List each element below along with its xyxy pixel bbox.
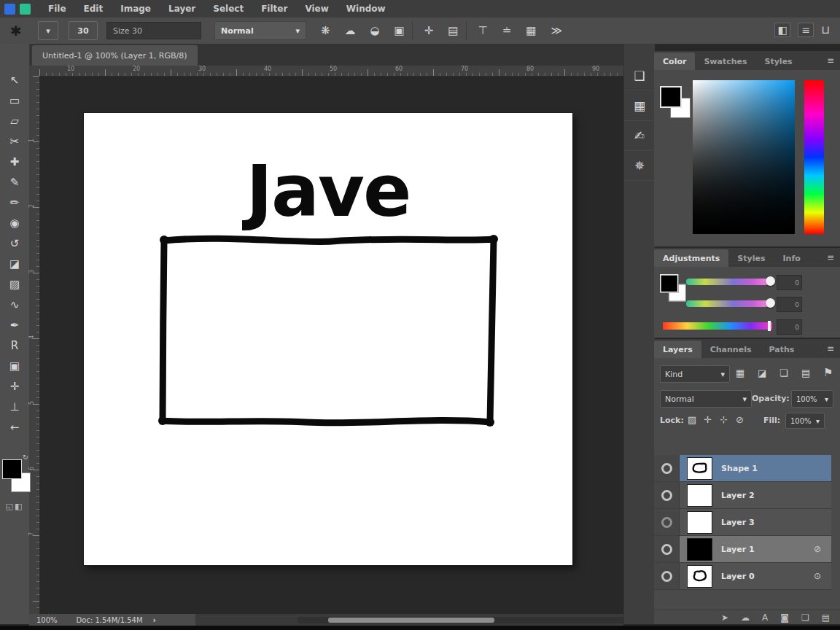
lock-position-icon[interactable]: ⊹ xyxy=(720,414,728,425)
panel-menu-icon[interactable]: ≡ xyxy=(827,252,834,262)
color-slider-green[interactable] xyxy=(686,300,772,307)
brush-tool[interactable]: ✏ xyxy=(0,192,29,213)
workspace-switch-icon[interactable]: ⊔ xyxy=(821,23,830,36)
hue-slider[interactable] xyxy=(804,80,824,234)
visibility-toggle[interactable] xyxy=(654,563,680,589)
brushes-panel-button[interactable]: ✍ xyxy=(624,121,655,151)
foreground-color-swatch[interactable] xyxy=(2,459,22,479)
tab-channels[interactable]: Channels xyxy=(701,341,761,358)
tab-styles[interactable]: Styles xyxy=(728,249,774,267)
tab-info[interactable]: Info xyxy=(774,249,809,267)
healing-brush-tool[interactable]: ✎ xyxy=(0,172,29,192)
zoom-level[interactable]: 100% xyxy=(36,616,58,624)
panel-menu-icon[interactable]: ≡ xyxy=(827,55,834,66)
menu-filter[interactable]: Filter xyxy=(261,4,287,14)
distribute-icon[interactable]: ▤ xyxy=(448,24,458,37)
color-slider-red[interactable] xyxy=(686,279,772,285)
menu-view[interactable]: View xyxy=(305,4,328,14)
slider-thumb[interactable] xyxy=(768,321,771,331)
layout-thumbnail-icon[interactable]: ◧ xyxy=(774,23,790,37)
scrollbar-thumb[interactable] xyxy=(328,618,494,623)
layer-thumbnail[interactable] xyxy=(687,538,712,561)
grid-icon[interactable]: ▦ xyxy=(526,24,536,37)
document-canvas[interactable]: Jave xyxy=(84,113,572,565)
slider-value-field[interactable]: 0 xyxy=(777,319,802,335)
layer-row[interactable]: Layer 0 ⊙ xyxy=(654,563,831,590)
vertical-ruler[interactable]: 1 2 3 4 5 6 7 xyxy=(29,76,40,624)
foreground-color-swatch[interactable] xyxy=(660,86,682,108)
spectrum-ramp[interactable] xyxy=(663,322,772,330)
pages-panel-button[interactable]: ❑ xyxy=(624,61,655,91)
layer-row[interactable]: Shape 1 xyxy=(654,455,831,482)
link-layers-icon[interactable]: ➤ xyxy=(721,612,728,623)
shape-tool[interactable]: ▣ xyxy=(0,356,29,376)
airbrush-icon[interactable]: ❋ xyxy=(321,24,330,37)
menu-window[interactable]: Window xyxy=(346,4,386,14)
clone-stamp-tool[interactable]: ◉ xyxy=(0,213,29,233)
quick-mask-icon[interactable]: ◱◧ xyxy=(0,502,29,511)
pen-tool[interactable]: ✒ xyxy=(0,315,29,335)
layer-name[interactable]: Layer 0 xyxy=(721,572,814,581)
align-icon[interactable]: ✛ xyxy=(424,24,434,37)
eyedropper-tool[interactable]: ✚ xyxy=(0,152,29,172)
horizontal-scrollbar[interactable] xyxy=(298,617,640,623)
slider-value-field[interactable]: 0 xyxy=(777,275,802,290)
lock-pixels-icon[interactable]: ✛ xyxy=(704,414,712,425)
tab-layers[interactable]: Layers xyxy=(654,341,701,358)
app-logo-icon[interactable] xyxy=(4,4,15,15)
menu-layer[interactable]: Layer xyxy=(168,4,195,14)
horizontal-ruler[interactable]: 10 20 30 40 50 60 70 80 90 xyxy=(39,66,623,77)
visibility-toggle[interactable] xyxy=(654,482,680,508)
ruler-origin[interactable] xyxy=(29,66,40,77)
path-select-tool[interactable]: ✛ xyxy=(0,376,29,397)
crop-tool[interactable]: ✂ xyxy=(0,131,29,152)
layer-row[interactable]: Layer 1 ⊘ xyxy=(654,536,831,563)
history-panel-button[interactable]: ▦ xyxy=(624,91,655,121)
filter-shape-icon[interactable]: ▤ xyxy=(801,368,810,378)
type-tool[interactable]: R xyxy=(0,335,29,356)
history-brush-tool[interactable]: ↺ xyxy=(0,233,29,254)
menu-select[interactable]: Select xyxy=(213,4,244,14)
pressure-icon[interactable]: ◒ xyxy=(370,24,380,37)
filter-pixel-icon[interactable]: ▦ xyxy=(736,368,744,378)
menu-file[interactable]: File xyxy=(48,4,66,14)
smoothing-icon[interactable]: ☁ xyxy=(345,24,356,37)
delete-layer-icon[interactable]: ▤ xyxy=(822,612,830,623)
opacity-field[interactable]: 100% ▾ xyxy=(791,390,833,408)
layer-row[interactable]: Layer 2 xyxy=(654,482,831,509)
visibility-toggle[interactable] xyxy=(654,455,680,481)
document-tab[interactable]: Untitled-1 @ 100% (Layer 1, RGB/8) xyxy=(32,45,198,66)
filter-flag-icon[interactable]: ⚑ xyxy=(823,366,833,379)
brush-size-field[interactable]: Size 30 xyxy=(106,22,201,39)
menu-image[interactable]: Image xyxy=(120,4,151,14)
fill-field[interactable]: 100% ▾ xyxy=(785,413,825,429)
lasso-tool[interactable]: ▱ xyxy=(0,111,29,131)
flow-icon[interactable]: ⊤ xyxy=(478,24,488,37)
layer-thumbnail[interactable] xyxy=(687,457,712,480)
tab-styles[interactable]: Styles xyxy=(756,52,801,70)
layer-blend-mode-dropdown[interactable]: Normal ▾ xyxy=(660,390,752,408)
lock-transparency-icon[interactable]: ▨ xyxy=(688,414,696,425)
layout-list-icon[interactable]: ≡ xyxy=(798,23,814,37)
new-layer-icon[interactable]: ❏ xyxy=(801,612,809,623)
move-tool[interactable]: ↖ xyxy=(0,70,29,90)
add-mask-icon[interactable]: ◙ xyxy=(780,612,789,623)
layer-name[interactable]: Layer 2 xyxy=(721,491,831,500)
layer-name[interactable]: Shape 1 xyxy=(721,464,831,473)
share-app-icon[interactable] xyxy=(20,4,31,15)
menu-edit[interactable]: Edit xyxy=(84,4,104,14)
panel-menu-icon[interactable]: ≡ xyxy=(827,343,834,354)
layer-name[interactable]: Layer 1 xyxy=(721,545,814,554)
plugins-panel-button[interactable]: ✵ xyxy=(624,151,655,181)
filter-adjustment-icon[interactable]: ◪ xyxy=(758,368,766,378)
tool-preset-button[interactable]: ▾ xyxy=(38,21,58,40)
foreground-color-swatch[interactable] xyxy=(660,274,679,293)
slider-value-field[interactable]: 0 xyxy=(777,297,802,312)
slider-thumb[interactable] xyxy=(766,298,775,308)
layer-thumbnail[interactable] xyxy=(687,565,712,588)
blend-mode-dropdown[interactable]: Normal ▾ xyxy=(214,21,306,40)
hand-tool[interactable]: ⊥ xyxy=(0,397,29,417)
visibility-toggle[interactable] xyxy=(654,536,680,562)
blur-tool[interactable]: ∿ xyxy=(0,295,29,315)
layer-name[interactable]: Layer 3 xyxy=(721,518,831,527)
